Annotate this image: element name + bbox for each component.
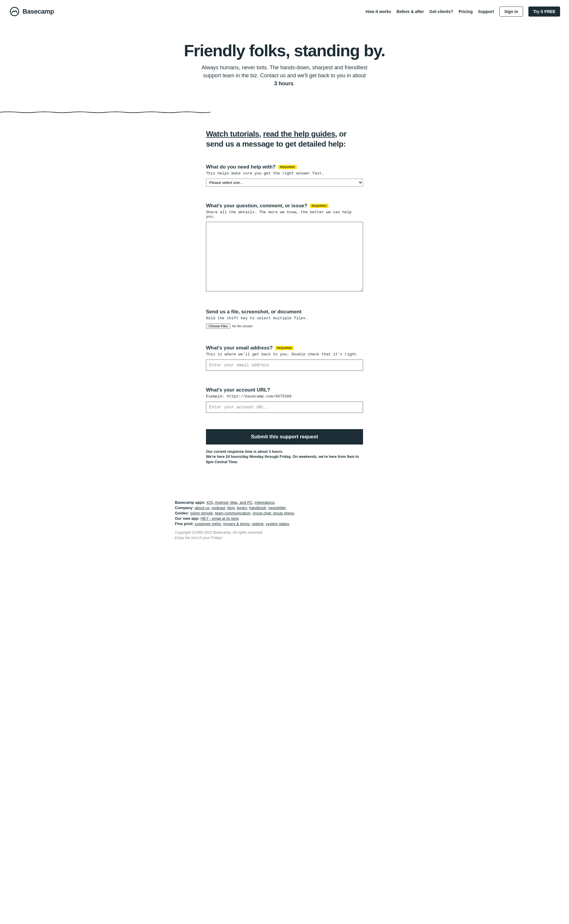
email-label: What's your email address? REQUIRED (206, 345, 363, 351)
hero-subtitle: Always humans, never bots. The hands-dow… (202, 64, 367, 88)
footer-link-newsletter[interactable]: newsletter (268, 505, 286, 510)
footer-apps: Basecamp apps: iOS, Android, Mac, and PC… (175, 500, 394, 505)
footer-company: Company: about us, podcast, blog, books,… (175, 505, 394, 510)
file-field-group: Send us a file, screenshot, or document … (206, 309, 363, 329)
url-help: Example: https://basecamp.com/8675309 (206, 394, 363, 399)
page-title: Friendly folks, standing by. (175, 41, 394, 60)
nav-pricing[interactable]: Pricing (459, 9, 473, 14)
nav-how-it-works[interactable]: How it works (366, 9, 391, 14)
brand-logo[interactable]: Basecamp (9, 6, 54, 17)
file-label: Send us a file, screenshot, or document (206, 309, 363, 315)
copyright: Copyright ©1999-2022 Basecamp. All right… (175, 530, 394, 540)
url-input[interactable] (206, 402, 363, 413)
topic-field-group: What do you need help with? REQUIRED Thi… (206, 164, 363, 187)
choose-files-button[interactable]: Choose Files (206, 323, 230, 329)
footer-link-hey[interactable]: HEY - email at its best (201, 516, 239, 520)
footer-link-uptime[interactable]: uptime (252, 522, 263, 526)
watch-tutorials-link[interactable]: Watch tutorials (206, 129, 259, 138)
footer-link-about[interactable]: about us (195, 505, 210, 510)
footer-link-blog[interactable]: blog (227, 505, 235, 510)
file-input-wrap: Choose Files No file chosen (206, 323, 363, 329)
required-badge: REQUIRED (310, 204, 329, 208)
question-field-group: What's your question, comment, or issue?… (206, 203, 363, 293)
footer-link-books[interactable]: books (237, 505, 247, 510)
footer-link-privacy[interactable]: privacy & terms (223, 522, 250, 526)
brand-name: Basecamp (23, 8, 54, 15)
footer-newapp: Our new app: HEY - email at its best. (175, 516, 394, 520)
form-content: Watch tutorials, read the help guides, o… (200, 129, 369, 465)
file-status: No file chosen (232, 324, 253, 328)
email-help: This is where we'll get back to you. Dou… (206, 352, 363, 357)
try-free-button[interactable]: Try it FREE (528, 6, 560, 17)
topic-label: What do you need help with? REQUIRED (206, 164, 363, 170)
email-field-group: What's your email address? REQUIRED This… (206, 345, 363, 371)
footer-link-team-comm[interactable]: team communication (215, 511, 250, 515)
wavy-divider-icon (0, 111, 210, 113)
required-badge: REQUIRED (278, 165, 297, 169)
site-header: Basecamp How it works Before & after Got… (0, 0, 569, 23)
topic-help: This helps make sure you get the right a… (206, 171, 363, 176)
footer-link-remote[interactable]: going remote (190, 511, 213, 515)
email-input[interactable] (206, 360, 363, 371)
nav-support[interactable]: Support (478, 9, 494, 14)
nav-before-after[interactable]: Before & after (397, 9, 424, 14)
topic-select[interactable]: Please select one... (206, 179, 363, 187)
file-help: Hold the shift key to select multiple fi… (206, 316, 363, 320)
footer-link-integrations[interactable]: integrations (255, 500, 275, 505)
hero-section: Friendly folks, standing by. Always huma… (169, 23, 400, 100)
question-help: Share all the details. The more we know,… (206, 210, 363, 219)
footer-link-status[interactable]: system status (266, 522, 289, 526)
submit-button[interactable]: Submit this support request (206, 429, 363, 445)
nav-got-clients[interactable]: Got clients? (429, 9, 453, 14)
basecamp-logo-icon (9, 6, 20, 17)
signin-button[interactable]: Sign in (499, 6, 523, 17)
url-label: What's your account URL? (206, 387, 363, 393)
site-footer: Basecamp apps: iOS, Android, Mac, and PC… (169, 500, 400, 540)
question-textarea[interactable] (206, 222, 363, 291)
form-intro: Watch tutorials, read the help guides, o… (206, 129, 363, 149)
footer-link-apps-platforms[interactable]: iOS, Android, Mac, and PC (207, 500, 253, 505)
help-guides-link[interactable]: read the help guides (263, 129, 335, 138)
footer-guides: Guides: going remote, team communication… (175, 511, 394, 515)
response-note: Our current response time is about 3 hou… (206, 449, 363, 465)
footer-link-podcast[interactable]: podcast (211, 505, 225, 510)
question-label: What's your question, comment, or issue?… (206, 203, 363, 209)
footer-link-group-chat[interactable]: group chat: group stress (253, 511, 294, 515)
url-field-group: What's your account URL? Example: https:… (206, 387, 363, 413)
footer-link-handbook[interactable]: handbook (249, 505, 266, 510)
footer-link-rights[interactable]: customer rights (195, 522, 221, 526)
footer-fineprint: Fine print: customer rights, privacy & t… (175, 522, 394, 526)
main-nav: How it works Before & after Got clients?… (366, 6, 560, 17)
required-badge: REQUIRED (275, 346, 294, 350)
